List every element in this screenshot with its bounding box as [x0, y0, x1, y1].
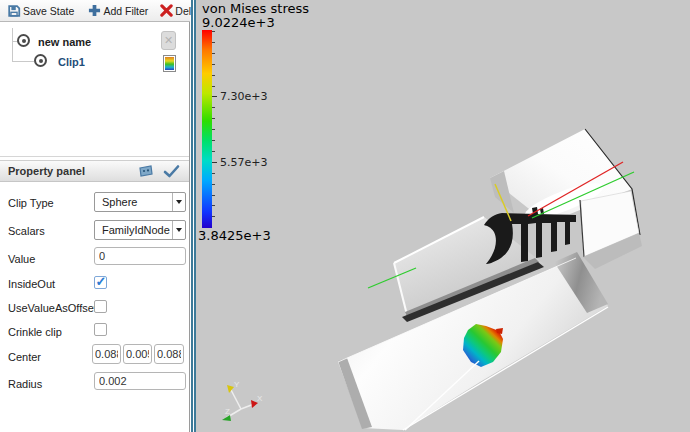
model-right-panel: [580, 191, 642, 269]
legend-minor-ticks: [212, 31, 215, 227]
add-filter-button[interactable]: Add Filter: [85, 4, 151, 17]
y-axis-label: Y: [234, 380, 240, 389]
save-icon: [7, 4, 21, 18]
property-form: Clip Type Sphere Scalars FamilyIdNode Va…: [0, 183, 189, 432]
z-axis-label: Z: [225, 407, 230, 416]
reset-properties-icon[interactable]: [137, 164, 155, 180]
usevalueasoffset-checkbox[interactable]: [94, 300, 107, 313]
scalars-value: FamilyIdNode: [102, 224, 170, 236]
center-y-input[interactable]: [123, 344, 152, 364]
pipeline-item-label[interactable]: new name: [38, 36, 91, 48]
usevalueasoffset-label: UseValueAsOffset: [8, 302, 97, 314]
clip-type-label: Clip Type: [8, 197, 54, 209]
value-label: Value: [8, 253, 35, 265]
legend-tick-label: 7.30e+3: [220, 90, 267, 103]
pipeline-item-label[interactable]: Clip1: [58, 56, 85, 68]
save-state-label: Save State: [23, 5, 74, 17]
application-window: Save State Add Filter Delete Filter: [0, 0, 690, 432]
left-panel: Save State Add Filter Delete Filter: [0, 0, 190, 432]
value-input[interactable]: [94, 247, 186, 265]
radius-input[interactable]: [94, 372, 186, 390]
clip-type-select[interactable]: Sphere: [94, 192, 186, 212]
scalars-select[interactable]: FamilyIdNode: [94, 220, 186, 240]
tree-guide: [12, 28, 13, 62]
legend-major-tick: [212, 96, 217, 97]
delete-x-icon: [160, 4, 173, 17]
legend-colorbar: [202, 30, 212, 228]
render-viewport[interactable]: Y X Z von Mises stress 9.0224e+3 7.30e+3…: [196, 0, 690, 432]
center-label: Center: [8, 351, 41, 363]
center-z-input[interactable]: [154, 344, 184, 364]
tree-guide: [12, 61, 34, 62]
visibility-eye-icon[interactable]: [34, 54, 47, 67]
pipeline-browser: new name ✕ Clip1: [0, 22, 189, 156]
3d-scene: Y X Z: [196, 0, 690, 432]
orientation-axes-widget: Y X Z: [222, 380, 263, 421]
x-axis-label: X: [257, 394, 263, 403]
legend-major-tick: [212, 162, 217, 163]
center-x-input[interactable]: [92, 344, 121, 364]
scalars-label: Scalars: [8, 225, 45, 237]
legend-tick-label: 5.57e+3: [220, 156, 267, 169]
colormap-rainbow-icon[interactable]: [163, 55, 176, 72]
y-axis-arrow-icon: [227, 385, 234, 393]
panel-separator: [0, 156, 189, 157]
apply-check-icon[interactable]: [163, 164, 181, 180]
visibility-eye-icon[interactable]: [17, 34, 30, 47]
property-panel-header: Property panel: [0, 160, 189, 182]
chevron-down-icon: [172, 193, 185, 211]
insideout-checkbox[interactable]: [94, 276, 107, 289]
crinkle-clip-label: Crinkle clip: [8, 326, 62, 338]
chevron-down-icon: [172, 221, 185, 239]
property-panel-title: Property panel: [8, 161, 85, 182]
radius-label: Radius: [8, 378, 42, 390]
toolbar: Save State Add Filter Delete Filter: [0, 0, 190, 22]
add-filter-label: Add Filter: [103, 5, 148, 17]
colormap-disabled-icon[interactable]: ✕: [161, 31, 176, 50]
legend-min-value: 3.8425e+3: [198, 228, 271, 243]
crinkle-clip-checkbox[interactable]: [94, 323, 107, 336]
plus-icon: [88, 4, 101, 17]
legend-max-value: 9.0224e+3: [202, 15, 275, 30]
clip-type-value: Sphere: [102, 196, 137, 208]
legend-title: von Mises stress: [202, 1, 309, 16]
save-state-button[interactable]: Save State: [4, 4, 77, 18]
insideout-label: InsideOut: [8, 278, 55, 290]
